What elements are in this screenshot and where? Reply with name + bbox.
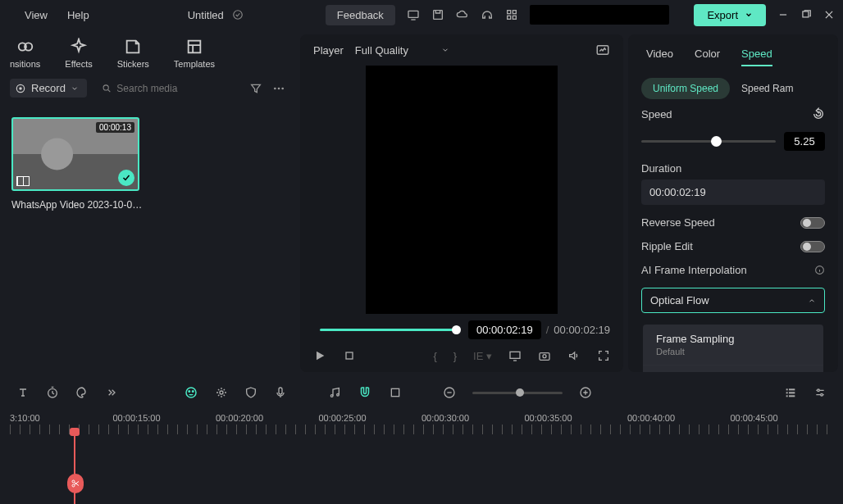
svg-point-26	[193, 391, 194, 393]
record-button[interactable]: Record	[10, 79, 87, 98]
svg-point-30	[337, 393, 339, 396]
video-preview[interactable]	[366, 66, 558, 314]
duration-value[interactable]: 00:00:02:19	[641, 179, 825, 205]
list-view-icon[interactable]	[784, 386, 797, 399]
speed-slider[interactable]	[641, 140, 776, 143]
minimize-icon[interactable]	[777, 9, 789, 20]
ripple-edit-toggle[interactable]	[800, 241, 825, 252]
camera-icon[interactable]	[538, 349, 551, 362]
play-icon[interactable]	[313, 349, 326, 362]
clip-name: WhatsApp Video 2023-10-05...	[11, 199, 143, 211]
save-icon[interactable]	[431, 8, 444, 21]
search-input[interactable]	[116, 83, 235, 94]
tab-stickers[interactable]: Stickers	[117, 38, 149, 69]
text-tool-icon[interactable]: IE ▾	[473, 350, 492, 362]
maximize-icon[interactable]	[800, 9, 812, 20]
text-tool-icon[interactable]	[16, 386, 30, 399]
tab-transitions[interactable]: nsitions	[10, 38, 40, 69]
tab-speed[interactable]: Speed	[741, 48, 772, 66]
svg-point-25	[189, 391, 190, 393]
shield-icon[interactable]	[244, 386, 257, 399]
fullscreen-icon[interactable]	[597, 349, 610, 362]
option-frame-sampling[interactable]: Frame Sampling Default	[643, 325, 823, 366]
timeline-panel: 3:10:00 00:00:15:00 00:00:20:00 00:00:25…	[0, 377, 843, 504]
chevron-down-icon	[71, 84, 79, 93]
window-controls	[777, 9, 835, 20]
brace-close-icon[interactable]: }	[453, 350, 457, 362]
headphones-icon[interactable]	[481, 8, 494, 21]
svg-rect-5	[508, 16, 511, 19]
svg-rect-35	[786, 392, 788, 393]
settings-icon[interactable]	[813, 386, 827, 399]
media-clip[interactable]: 00:00:13 WhatsApp Video 2023-10-05...	[11, 117, 143, 211]
playhead[interactable]	[74, 434, 75, 504]
quality-dropdown[interactable]: Full Quality	[355, 44, 449, 57]
svg-rect-39	[789, 395, 795, 397]
record-label: Record	[31, 82, 66, 94]
music-icon[interactable]	[328, 386, 341, 399]
ruler-tick: 00:00:45:00	[731, 413, 834, 423]
screen-icon[interactable]	[407, 8, 420, 21]
sparkle-icon[interactable]	[215, 386, 228, 399]
crop-icon[interactable]	[389, 386, 402, 399]
zoom-out-icon[interactable]	[443, 386, 456, 399]
timer-icon[interactable]	[46, 386, 59, 399]
tab-templates-label: Templates	[174, 59, 215, 69]
ruler-tick: 00:00:35:00	[525, 413, 628, 423]
menu-view[interactable]: View	[25, 9, 48, 21]
option-frame-blending[interactable]: Frame Blending Faster but lower quality	[643, 366, 823, 372]
media-panel: nsitions Effects Stickers Templates Reco…	[0, 30, 295, 377]
stop-icon[interactable]	[343, 349, 356, 362]
timeline-ruler[interactable]: 3:10:00 00:00:15:00 00:00:20:00 00:00:25…	[10, 413, 833, 423]
palette-icon[interactable]	[75, 386, 89, 399]
timeline-tracks[interactable]	[10, 434, 833, 492]
ai-icon[interactable]	[184, 385, 198, 400]
display-icon[interactable]	[508, 349, 522, 362]
info-icon[interactable]	[814, 265, 825, 275]
tab-effects[interactable]: Effects	[65, 38, 92, 69]
redacted-area	[530, 5, 669, 25]
export-button[interactable]: Export	[694, 4, 766, 26]
magnet-icon[interactable]	[358, 385, 372, 400]
sync-icon	[232, 9, 244, 20]
cloud-icon[interactable]	[456, 8, 469, 21]
reset-icon[interactable]	[812, 107, 825, 120]
speed-value[interactable]: 5.25	[784, 132, 825, 151]
progress-slider[interactable]	[320, 329, 457, 331]
menu-help[interactable]: Help	[67, 9, 89, 21]
media-toolbar: Record	[0, 72, 295, 104]
player-label: Player	[313, 44, 344, 57]
tab-color[interactable]: Color	[695, 48, 720, 66]
duration-label: Duration	[641, 162, 681, 175]
search-media[interactable]	[95, 79, 241, 98]
tab-video[interactable]: Video	[646, 48, 673, 66]
feedback-button[interactable]: Feedback	[326, 5, 395, 25]
tool-tabs: nsitions Effects Stickers Templates	[0, 30, 295, 72]
total-time: 00:00:02:19	[554, 324, 610, 336]
filter-icon[interactable]	[249, 82, 262, 95]
svg-rect-4	[513, 11, 516, 14]
zoom-slider[interactable]	[472, 392, 563, 394]
svg-point-40	[818, 389, 820, 392]
svg-rect-37	[789, 388, 795, 390]
tab-stickers-label: Stickers	[117, 59, 149, 69]
close-icon[interactable]	[823, 9, 835, 20]
interpolation-options: Frame Sampling Default Frame Blending Fa…	[643, 325, 823, 372]
clip-thumbnail[interactable]: 00:00:13	[11, 117, 139, 191]
reverse-speed-toggle[interactable]	[800, 217, 825, 229]
cut-marker[interactable]	[67, 474, 84, 493]
snapshot-icon[interactable]	[595, 43, 610, 57]
more-icon[interactable]	[272, 82, 285, 95]
chevron-down-icon	[441, 46, 449, 54]
volume-icon[interactable]	[567, 349, 581, 362]
more-tools-icon[interactable]	[105, 386, 118, 399]
ruler-tick: 3:10:00	[10, 413, 113, 423]
brace-open-icon[interactable]: {	[433, 350, 436, 362]
mic-icon[interactable]	[274, 386, 287, 399]
tab-templates[interactable]: Templates	[174, 38, 215, 69]
grid-icon[interactable]	[505, 8, 518, 21]
speed-ramp-tab[interactable]: Speed Ram	[741, 83, 793, 94]
interpolation-dropdown[interactable]: Optical Flow	[641, 288, 825, 313]
uniform-speed-tab[interactable]: Uniform Speed	[641, 78, 730, 99]
zoom-in-icon[interactable]	[579, 386, 592, 399]
